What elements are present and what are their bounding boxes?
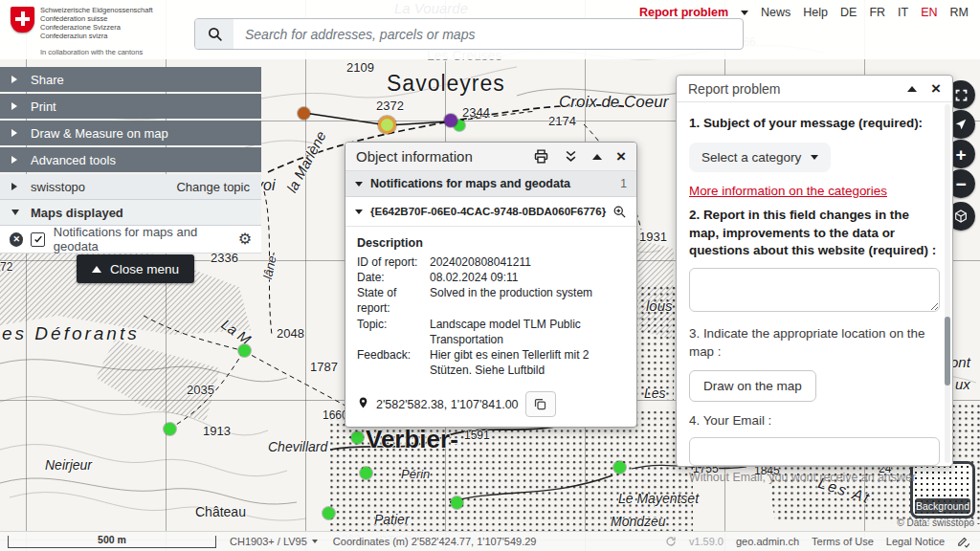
zoom-to-feature-icon[interactable] [612,205,627,219]
sidebar: Share Print Draw & Measure on map Advanc… [0,67,261,253]
lang-it[interactable]: IT [898,6,908,19]
map-label: es Déforants [2,323,140,344]
chevron-down-icon [312,540,318,543]
layer-visibility-checkbox[interactable] [31,232,44,247]
feature-marker-green[interactable] [613,461,626,474]
field-value: Hier gibt es einen Tellerlift mit 2 Stüt… [430,347,625,378]
layer-label: Notifications for maps and geodata [54,225,238,253]
chevron-down-icon[interactable] [741,11,748,15]
report-problem-titlebar[interactable]: Report problem × [677,76,952,102]
category-select[interactable]: Select a category [689,143,831,172]
feedback-pen-icon[interactable] [957,535,970,548]
draw-on-map-button[interactable]: Draw on the map [689,370,816,402]
map-label: Savoleyres [387,71,505,97]
map-label: 1591 [464,429,490,442]
news-link[interactable]: News [761,6,791,19]
map-label: 2109 [346,60,374,75]
lang-en[interactable]: EN [921,6,937,19]
header: Schweizerische Eidgenossenschaft Confédé… [0,0,980,59]
legal-notice-link[interactable]: Legal Notice [886,536,945,547]
feature-marker-green[interactable] [451,496,463,509]
search-icon[interactable] [195,19,234,49]
feature-marker-selected[interactable] [378,116,396,134]
change-topic-button[interactable]: Change topic [176,180,250,194]
feature-marker-green[interactable] [238,344,251,357]
email-note: Without Email, you wont receive an answe… [689,471,940,484]
field-value: 08.02.2024 09:11 [430,270,625,285]
layer-settings-gear-icon[interactable]: ⚙ [238,231,252,247]
map-label: 2372 [376,99,404,113]
panel-scrollbar-thumb[interactable] [945,317,950,386]
sidebar-item-print[interactable]: Print [0,94,261,119]
close-menu-button[interactable]: Close menu [77,254,194,283]
projection-value: CH1903+ / LV95 [230,536,307,547]
map-label: Les [644,386,666,401]
map-label: 1787 [310,360,338,374]
search-bar [194,18,744,50]
feature-marker-green[interactable] [323,507,335,519]
email-field[interactable] [689,437,940,466]
map-label: Le Mayentset [618,491,699,506]
feature-details: Description ID of report:202402080804121… [345,227,636,384]
collapse-window-icon[interactable] [592,154,602,160]
collapse-panel-icon[interactable] [907,86,917,92]
field-row: State of report:Solved in the production… [357,285,625,316]
grid-line [305,0,306,551]
close-icon[interactable]: × [616,148,626,165]
caret-right-icon [11,76,17,83]
sidebar-item-label: Print [31,99,56,114]
feature-marker-orange[interactable] [298,107,310,120]
field-value: 2024020808041211 [430,254,625,270]
field-value: Solved in the production system [430,285,625,316]
app-version: v1.59.0 [689,536,724,547]
caret-right-icon [11,183,17,190]
map-label: 2035 [187,383,214,397]
feature-id: {E642B70F-06E0-4CAC-9748-0BDA060F6776} [370,206,606,217]
report-problem-link[interactable]: Report problem [639,6,728,19]
map-label: Château [195,504,246,519]
lang-rm[interactable]: RM [950,6,969,19]
sidebar-item-label: Advanced tools [31,153,116,167]
feature-coordinates: 2'582'582.38, 1'107'841.00 [376,398,519,411]
projection-select[interactable]: CH1903+ / LV95 [230,536,318,547]
help-link[interactable]: Help [803,6,828,19]
panel-scrollbar[interactable] [945,104,950,463]
refresh-icon [665,536,677,547]
sidebar-maps-displayed-row[interactable]: Maps displayed [0,200,261,226]
search-input[interactable] [234,19,743,49]
print-icon[interactable] [533,148,549,165]
field-label: Date: [357,270,430,285]
object-information-titlebar[interactable]: Object information × [345,143,636,171]
feature-marker-green[interactable] [351,431,364,444]
close-icon[interactable]: × [931,80,941,97]
lang-de[interactable]: DE [840,6,857,19]
sidebar-item-draw-measure[interactable]: Draw & Measure on map [0,121,261,145]
sidebar-topic-row[interactable]: swisstopo Change topic [0,174,261,200]
message-textarea[interactable] [689,268,940,312]
geoadmin-link[interactable]: geo.admin.ch [736,536,799,547]
feature-marker-green[interactable] [164,423,176,435]
window-title: Object information [356,148,533,165]
object-information-window: Object information × Notifications for m… [345,142,637,428]
panel-title: Report problem [688,81,907,97]
feature-row[interactable]: {E642B70F-06E0-4CAC-9748-0BDA060F6776} [345,197,636,227]
feature-marker-green[interactable] [360,467,372,479]
remove-layer-icon[interactable]: ✕ [10,232,23,247]
expand-all-icon[interactable] [564,149,578,164]
field-row: Feedback:Hier gibt es einen Tellerlift m… [357,347,625,378]
layer-results-section[interactable]: Notifications for maps and geodata 1 [345,171,636,197]
footer-links: v1.59.0 geo.admin.ch Terms of Use Legal … [665,535,970,548]
map-label: 2344 [462,105,490,120]
category-info-link[interactable]: More information on the categories [689,184,887,198]
sidebar-item-advanced-tools[interactable]: Advanced tools [0,147,261,172]
question-email: 4. Your Email : [689,412,940,430]
caret-right-icon [11,156,17,164]
sidebar-item-share[interactable]: Share [0,67,261,92]
lang-fr[interactable]: FR [869,6,885,19]
copy-coordinates-button[interactable] [525,391,556,417]
terms-of-use-link[interactable]: Terms of Use [812,536,874,547]
federal-title-line: Confederaziun svizra [40,32,153,40]
scale-bar: 500 m [8,536,216,548]
field-row: ID of report:2024020808041211 [357,254,625,270]
feature-marker-purple[interactable] [444,114,457,127]
